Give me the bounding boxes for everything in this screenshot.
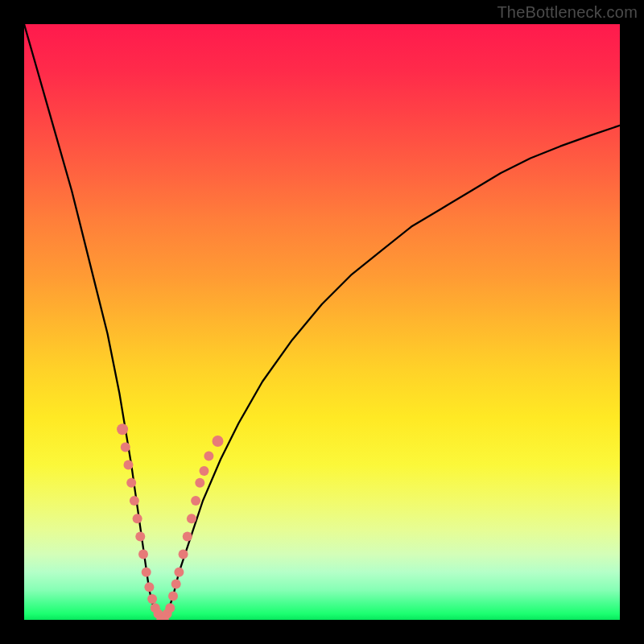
curve-marker bbox=[126, 478, 136, 488]
curve-marker bbox=[179, 550, 188, 559]
curve-marker bbox=[124, 460, 134, 470]
curve-marker bbox=[204, 452, 213, 461]
curve-svg bbox=[24, 24, 620, 620]
curve-marker bbox=[130, 496, 139, 506]
curve-marker bbox=[195, 478, 204, 488]
curve-marker bbox=[142, 568, 151, 577]
curve-marker bbox=[187, 514, 196, 523]
curve-marker bbox=[174, 568, 184, 577]
curve-marker bbox=[121, 442, 130, 452]
watermark-text: TheBottleneck.com bbox=[497, 3, 638, 22]
curve-marker bbox=[133, 514, 142, 523]
curve-marker bbox=[135, 531, 145, 541]
curve-marker bbox=[138, 550, 148, 559]
curve-marker bbox=[183, 531, 192, 541]
bottleneck-curve bbox=[24, 24, 620, 620]
curve-marker bbox=[168, 591, 178, 601]
chart-frame: TheBottleneck.com bbox=[0, 0, 644, 644]
curve-marker bbox=[191, 496, 200, 506]
curve-marker bbox=[165, 603, 175, 613]
plot-area bbox=[24, 24, 620, 620]
curve-marker bbox=[213, 436, 224, 447]
curve-marker bbox=[147, 594, 157, 604]
curve-marker bbox=[171, 580, 181, 589]
curve-marker bbox=[144, 582, 154, 592]
curve-marker bbox=[199, 466, 208, 476]
curve-marker bbox=[117, 423, 128, 435]
